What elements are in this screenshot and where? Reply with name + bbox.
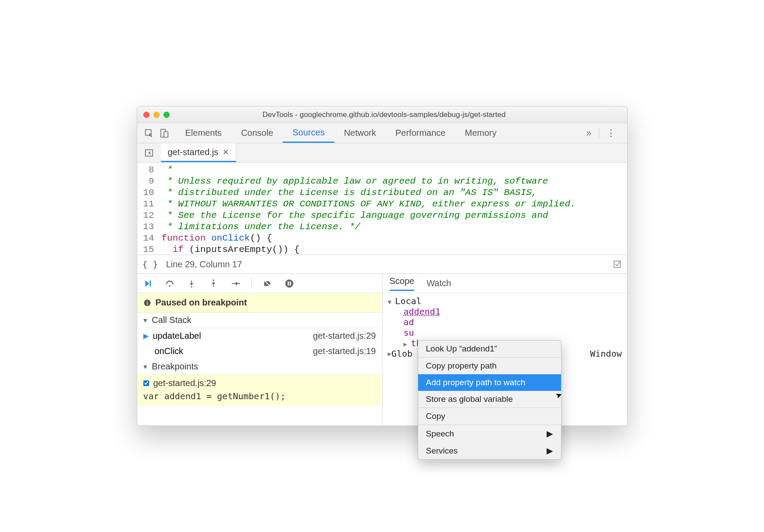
debugger-toolbar (137, 274, 382, 293)
breakpoints-header[interactable]: ▼ Breakpoints (137, 359, 382, 375)
tab-sources[interactable]: Sources (283, 123, 334, 143)
callstack-frame[interactable]: ▶updateLabelget-started.js:29 (137, 328, 382, 344)
source-editor[interactable]: 8910111213141516 * * Unless required by … (137, 163, 627, 255)
svg-point-10 (285, 279, 293, 287)
chevron-down-icon: ▼ (142, 317, 149, 324)
code-lines: * * Unless required by applicable law or… (158, 163, 576, 255)
settings-menu-icon[interactable]: ⋮ (599, 128, 623, 139)
breakpoint-checkbox[interactable] (143, 380, 149, 386)
info-icon (143, 299, 151, 307)
tab-memory[interactable]: Memory (455, 123, 506, 143)
svg-rect-15 (147, 301, 148, 301)
file-tab-bar: get-started.js ✕ (137, 143, 627, 163)
context-menu-item[interactable]: Look Up “addend1” (418, 340, 561, 357)
breakpoint-code: var addend1 = getNumber1(); (143, 391, 376, 401)
close-tab-icon[interactable]: ✕ (223, 148, 229, 157)
line-gutter: 8910111213141516 (137, 163, 158, 255)
svg-rect-12 (289, 281, 291, 285)
coverage-toggle-icon[interactable] (612, 259, 622, 269)
active-frame-icon: ▶ (143, 332, 149, 340)
device-toolbar-icon[interactable] (156, 128, 171, 138)
context-menu-item[interactable]: Copy (418, 408, 561, 425)
pause-exceptions-button[interactable] (283, 277, 295, 290)
scope-global-value: Window (590, 348, 622, 359)
debugger-left-pane: Paused on breakpoint ▼ Call Stack ▶updat… (137, 274, 383, 426)
tab-performance[interactable]: Performance (386, 123, 455, 143)
scope-var[interactable]: su (404, 327, 622, 338)
svg-point-6 (169, 285, 171, 287)
context-menu: Look Up “addend1”Copy property pathAdd p… (418, 340, 561, 460)
context-menu-item[interactable]: Speech▶ (418, 425, 561, 442)
navigator-toggle-icon[interactable] (142, 147, 156, 159)
paused-text: Paused on breakpoint (156, 298, 247, 308)
context-menu-item[interactable]: Services▶ (418, 442, 561, 459)
frame-function: updateLabel (153, 331, 201, 341)
zoom-window-button[interactable] (163, 112, 170, 118)
step-into-button[interactable] (185, 277, 198, 290)
tab-elements[interactable]: Elements (176, 123, 231, 143)
svg-rect-14 (147, 302, 148, 305)
submenu-arrow-icon: ▶ (547, 429, 553, 439)
breakpoint-item[interactable]: get-started.js:29var addend1 = getNumber… (137, 375, 382, 406)
submenu-arrow-icon: ▶ (547, 446, 553, 456)
step-over-button[interactable] (163, 277, 176, 290)
inspect-element-icon[interactable] (142, 128, 156, 138)
context-menu-item[interactable]: Add property path to watch (418, 374, 561, 391)
svg-rect-2 (164, 131, 168, 137)
step-out-button[interactable] (207, 277, 220, 290)
frame-source: get-started.js:29 (313, 331, 376, 341)
scope-tabs: ScopeWatch (383, 274, 627, 293)
scope-var[interactable]: ad (404, 317, 622, 327)
frame-function: onClick (155, 346, 184, 356)
cursor-position: Line 29, Column 17 (166, 259, 242, 270)
devtools-window: DevTools - googlechrome.github.io/devtoo… (137, 106, 628, 426)
tab-network[interactable]: Network (334, 123, 386, 143)
paused-banner: Paused on breakpoint (137, 293, 382, 312)
deactivate-breakpoints-button[interactable] (261, 277, 274, 290)
window-title: DevTools - googlechrome.github.io/devtoo… (174, 110, 595, 119)
context-menu-item[interactable]: Store as global variable (418, 391, 561, 408)
scope-local[interactable]: ▼ Local (388, 296, 622, 306)
resume-button[interactable] (142, 277, 154, 290)
devtools-toolbar: ElementsConsoleSourcesNetworkPerformance… (137, 123, 627, 143)
scope-tab-watch[interactable]: Watch (426, 278, 451, 288)
breakpoint-label: get-started.js:29 (153, 378, 216, 388)
frame-source: get-started.js:19 (313, 346, 376, 356)
scope-var[interactable]: addend1 (404, 306, 622, 317)
svg-point-8 (213, 279, 214, 280)
titlebar: DevTools - googlechrome.github.io/devtoo… (137, 106, 627, 123)
more-tabs-icon[interactable]: » (579, 128, 598, 139)
chevron-down-icon: ▼ (142, 363, 149, 370)
minimize-window-button[interactable] (153, 112, 160, 118)
svg-rect-5 (149, 280, 151, 287)
file-tab[interactable]: get-started.js ✕ (161, 143, 237, 162)
context-menu-item[interactable]: Copy property path (418, 357, 561, 374)
svg-rect-11 (288, 281, 289, 285)
callstack-frame[interactable]: onClickget-started.js:19 (137, 344, 382, 359)
svg-point-7 (191, 286, 192, 287)
svg-point-9 (238, 283, 240, 284)
callstack-header[interactable]: ▼ Call Stack (137, 312, 382, 328)
file-tab-name: get-started.js (168, 147, 219, 157)
pretty-print-icon[interactable]: { } (142, 259, 158, 270)
close-window-button[interactable] (143, 112, 149, 118)
scope-tab-scope[interactable]: Scope (390, 276, 415, 291)
main-tabs: ElementsConsoleSourcesNetworkPerformance… (176, 123, 506, 143)
step-button[interactable] (229, 277, 242, 290)
tab-console[interactable]: Console (231, 123, 283, 143)
editor-status-bar: { } Line 29, Column 17 (137, 255, 627, 274)
